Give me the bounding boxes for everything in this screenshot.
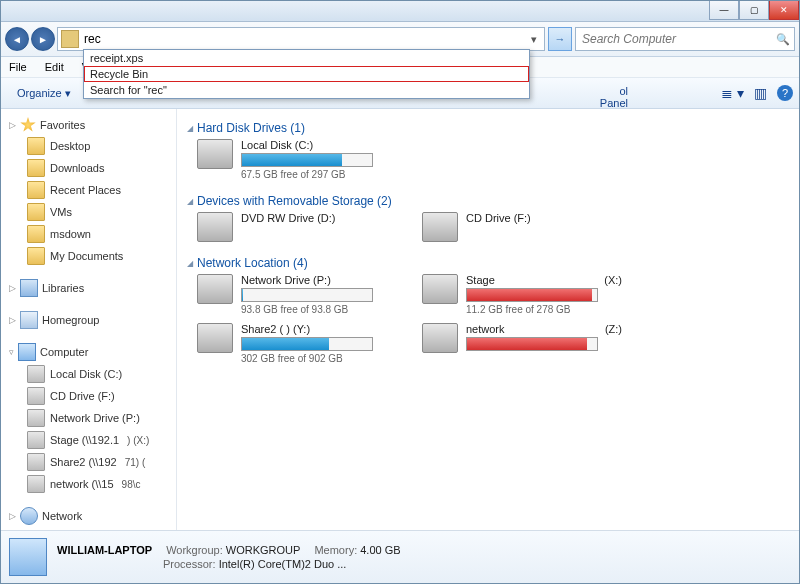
suggestion-item[interactable]: Search for "rec": [84, 82, 529, 98]
collapse-icon: ◢: [187, 124, 193, 133]
homegroup-header[interactable]: ▷Homegroup: [9, 309, 174, 331]
close-button[interactable]: ✕: [769, 1, 799, 20]
favorites-group: ▷ Favorites Desktop Downloads Recent Pla…: [9, 115, 174, 267]
favorites-header[interactable]: ▷ Favorites: [9, 115, 174, 135]
navigation-pane: ▷ Favorites Desktop Downloads Recent Pla…: [1, 109, 177, 549]
workgroup-value: WORKGROUP: [226, 544, 301, 556]
address-suggestions: receipt.xps Recycle Bin Search for "rec": [83, 49, 530, 99]
network-icon: [20, 507, 38, 525]
dvd-icon: [197, 212, 233, 242]
search-icon: 🔍: [776, 33, 790, 46]
homegroup-icon: [20, 311, 38, 329]
drive-cd[interactable]: CD Drive (F:): [422, 212, 622, 242]
sidebar-item-mydocs[interactable]: My Documents: [9, 245, 174, 267]
netdrive-icon: [197, 323, 233, 353]
star-icon: [20, 117, 36, 133]
address-bar[interactable]: ▾: [57, 27, 545, 51]
forward-button[interactable]: ►: [31, 27, 55, 51]
section-removable[interactable]: ◢Devices with Removable Storage (2): [187, 194, 789, 208]
details-pane: WILLIAM-LAPTOP Workgroup: WORKGROUP Memo…: [1, 530, 799, 583]
drive-icon: [27, 475, 45, 493]
drive-icon: [27, 387, 45, 405]
computer-group: ▿Computer Local Disk (C:) CD Drive (F:) …: [9, 341, 174, 495]
processor-value: Intel(R) Core(TM)2 Duo ...: [219, 558, 347, 570]
sidebar-item-vms[interactable]: VMs: [9, 201, 174, 223]
folder-icon: [27, 203, 45, 221]
back-button[interactable]: ◄: [5, 27, 29, 51]
homegroup-group: ▷Homegroup: [9, 309, 174, 331]
menu-edit[interactable]: Edit: [41, 60, 68, 74]
main-pane: ◢Hard Disk Drives (1) Local Disk (C:) 67…: [177, 109, 799, 549]
drive-share2[interactable]: Share2 ( ) (Y:) 302 GB free of 902 GB: [197, 323, 397, 364]
folder-icon: [27, 225, 45, 243]
netdrive-icon: [422, 274, 458, 304]
libraries-icon: [20, 279, 38, 297]
sidebar-item-stage[interactable]: Stage (\\192.1) (X:): [9, 429, 174, 451]
view-options-icon[interactable]: ≣ ▾: [721, 85, 744, 101]
sidebar-item-netdrive[interactable]: Network Drive (P:): [9, 407, 174, 429]
suggestion-item[interactable]: receipt.xps: [84, 50, 529, 66]
help-icon[interactable]: ?: [777, 85, 793, 101]
expand-icon: ▿: [9, 347, 14, 357]
titlebar: — ▢ ✕: [1, 1, 799, 22]
computer-header[interactable]: ▿Computer: [9, 341, 174, 363]
suggestion-item[interactable]: Recycle Bin: [84, 66, 529, 82]
cd-icon: [422, 212, 458, 242]
libraries-header[interactable]: ▷Libraries: [9, 277, 174, 299]
collapse-icon: ▷: [9, 120, 16, 130]
collapse-icon: ◢: [187, 197, 193, 206]
drive-stage[interactable]: Stage(X:) 11.2 GB free of 278 GB: [422, 274, 622, 315]
search-input[interactable]: [580, 31, 776, 47]
memory-label: Memory:: [314, 544, 357, 556]
sidebar-item-desktop[interactable]: Desktop: [9, 135, 174, 157]
usage-text: 11.2 GB free of 278 GB: [466, 304, 622, 315]
usage-bar: [241, 288, 373, 302]
computer-icon: [9, 538, 47, 576]
address-dropdown-icon[interactable]: ▾: [527, 33, 541, 46]
drive-label: CD Drive (F:): [466, 212, 622, 224]
usage-bar: [466, 337, 598, 351]
go-button[interactable]: →: [548, 27, 572, 51]
sidebar-item-recent[interactable]: Recent Places: [9, 179, 174, 201]
drive-icon: [27, 453, 45, 471]
section-network[interactable]: ◢Network Location (4): [187, 256, 789, 270]
memory-value: 4.00 GB: [360, 544, 400, 556]
folder-icon: [27, 247, 45, 265]
organize-menu[interactable]: Organize ▾: [9, 85, 79, 102]
search-box[interactable]: 🔍: [575, 27, 795, 51]
netdrive-icon: [197, 274, 233, 304]
usage-text: 302 GB free of 902 GB: [241, 353, 397, 364]
sidebar-item-msdown[interactable]: msdown: [9, 223, 174, 245]
sidebar-item-cddrive[interactable]: CD Drive (F:): [9, 385, 174, 407]
computer-icon: [18, 343, 36, 361]
drive-label: DVD RW Drive (D:): [241, 212, 397, 224]
drive-label: network(Z:): [466, 323, 622, 335]
sidebar-item-localdisk[interactable]: Local Disk (C:): [9, 363, 174, 385]
network-header[interactable]: ▷Network: [9, 505, 174, 527]
section-hdd[interactable]: ◢Hard Disk Drives (1): [187, 121, 789, 135]
address-icon: [61, 30, 79, 48]
maximize-button[interactable]: ▢: [739, 1, 769, 20]
sidebar-item-downloads[interactable]: Downloads: [9, 157, 174, 179]
window-controls: — ▢ ✕: [709, 1, 799, 20]
drive-label: Share2 ( ) (Y:): [241, 323, 397, 335]
drive-label: Local Disk (C:): [241, 139, 397, 151]
drive-dvd[interactable]: DVD RW Drive (D:): [197, 212, 397, 242]
computer-name: WILLIAM-LAPTOP: [57, 544, 152, 556]
drive-network-p[interactable]: Network Drive (P:) 93.8 GB free of 93.8 …: [197, 274, 397, 315]
collapse-icon: ◢: [187, 259, 193, 268]
preview-pane-icon[interactable]: ▥: [754, 85, 767, 101]
drive-icon: [27, 431, 45, 449]
favorites-label: Favorites: [40, 119, 85, 131]
usage-text: 67.5 GB free of 297 GB: [241, 169, 397, 180]
address-input[interactable]: [82, 31, 527, 47]
folder-icon: [27, 159, 45, 177]
drive-network-z[interactable]: network(Z:): [422, 323, 622, 364]
sidebar-item-network[interactable]: network (\\1598\c: [9, 473, 174, 495]
minimize-button[interactable]: —: [709, 1, 739, 20]
drive-icon: [27, 365, 45, 383]
usage-bar: [241, 337, 373, 351]
sidebar-item-share2[interactable]: Share2 (\\19271) (: [9, 451, 174, 473]
menu-file[interactable]: File: [5, 60, 31, 74]
drive-local-c[interactable]: Local Disk (C:) 67.5 GB free of 297 GB: [197, 139, 397, 180]
